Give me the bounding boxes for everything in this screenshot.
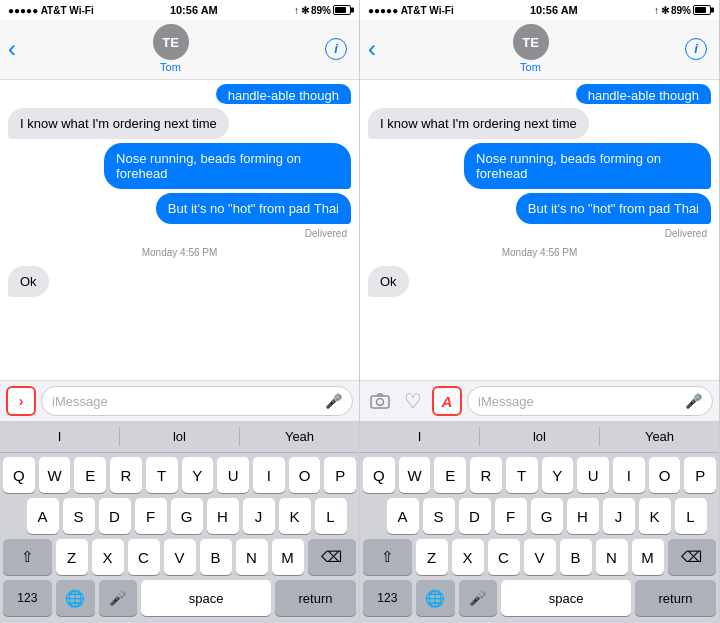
keyboard-key[interactable]: N: [236, 539, 268, 575]
keyboard-key[interactable]: V: [524, 539, 556, 575]
keyboard-key[interactable]: L: [675, 498, 707, 534]
keyboard-key[interactable]: ⌫: [668, 539, 717, 575]
keyboard-key[interactable]: space: [141, 580, 271, 616]
bluetooth-icon: ✻: [301, 5, 309, 16]
keyboard-key[interactable]: A: [27, 498, 59, 534]
contact-info: TE Tom: [513, 24, 549, 73]
keyboard-key[interactable]: Z: [56, 539, 88, 575]
keyboard-key[interactable]: space: [501, 580, 631, 616]
message-input[interactable]: iMessage 🎤: [41, 386, 353, 416]
contact-name: Tom: [160, 61, 181, 73]
keyboard-key[interactable]: return: [635, 580, 716, 616]
keyboard-key[interactable]: O: [289, 457, 321, 493]
keyboard-key[interactable]: I: [253, 457, 285, 493]
keyboard-key[interactable]: R: [110, 457, 142, 493]
info-button[interactable]: i: [685, 38, 707, 60]
suggestion-item[interactable]: Yeah: [240, 427, 359, 446]
keyboard-key[interactable]: K: [279, 498, 311, 534]
keyboard-key[interactable]: Z: [416, 539, 448, 575]
keyboard-key[interactable]: W: [399, 457, 431, 493]
battery-icon: [693, 5, 711, 15]
keyboard-key[interactable]: S: [63, 498, 95, 534]
keyboard-key[interactable]: C: [488, 539, 520, 575]
sticker-button[interactable]: ♡: [399, 387, 427, 415]
phone-panel-right: ●●●●● AT&T Wi-Fi 10:56 AM ↑ ✻ 89% ‹ TE T…: [360, 0, 720, 623]
battery-icon: [333, 5, 351, 15]
keyboard-key[interactable]: S: [423, 498, 455, 534]
keyboard-key[interactable]: D: [459, 498, 491, 534]
keyboard-key[interactable]: 123: [363, 580, 412, 616]
keyboard-key[interactable]: A: [387, 498, 419, 534]
keyboard-key[interactable]: B: [200, 539, 232, 575]
keyboard-key[interactable]: K: [639, 498, 671, 534]
keyboard-key[interactable]: C: [128, 539, 160, 575]
keyboard-key[interactable]: E: [434, 457, 466, 493]
timestamp: Monday 4:56 PM: [368, 247, 711, 258]
keyboard-key[interactable]: L: [315, 498, 347, 534]
keyboard-key[interactable]: X: [452, 539, 484, 575]
back-button[interactable]: ‹: [8, 35, 16, 63]
keyboard-key[interactable]: Q: [363, 457, 395, 493]
keyboard-key[interactable]: T: [146, 457, 178, 493]
keyboard-key[interactable]: V: [164, 539, 196, 575]
keyboard-key[interactable]: U: [217, 457, 249, 493]
messages-area: handle-able thoughI know what I'm orderi…: [360, 80, 719, 380]
mic-icon[interactable]: 🎤: [685, 393, 702, 409]
keyboard-key[interactable]: I: [613, 457, 645, 493]
expand-button[interactable]: A: [432, 386, 462, 416]
svg-point-1: [377, 399, 384, 406]
message-input[interactable]: iMessage 🎤: [467, 386, 713, 416]
keyboard-key[interactable]: X: [92, 539, 124, 575]
suggestion-item[interactable]: Yeah: [600, 427, 719, 446]
keyboard-key[interactable]: J: [603, 498, 635, 534]
keyboard-key[interactable]: Q: [3, 457, 35, 493]
delivered-status: Delivered: [368, 228, 711, 239]
suggestion-item[interactable]: I: [0, 427, 120, 446]
keyboard-key[interactable]: T: [506, 457, 538, 493]
suggestion-item[interactable]: I: [360, 427, 480, 446]
camera-button[interactable]: [366, 387, 394, 415]
info-button[interactable]: i: [325, 38, 347, 60]
keyboard-key[interactable]: 🎤: [99, 580, 138, 616]
keyboard-key[interactable]: return: [275, 580, 356, 616]
keyboard-key[interactable]: O: [649, 457, 681, 493]
keyboard-key[interactable]: U: [577, 457, 609, 493]
keyboard-key[interactable]: 🌐: [416, 580, 455, 616]
keyboard-key[interactable]: F: [135, 498, 167, 534]
keyboard-key[interactable]: W: [39, 457, 71, 493]
keyboard-key[interactable]: G: [531, 498, 563, 534]
suggestion-item[interactable]: lol: [120, 427, 240, 446]
expand-button[interactable]: ›: [6, 386, 36, 416]
keyboard-key[interactable]: ⌫: [308, 539, 357, 575]
status-bar: ●●●●● AT&T Wi-Fi 10:56 AM ↑ ✻ 89%: [360, 0, 719, 20]
keyboard-key[interactable]: ⇧: [3, 539, 52, 575]
keyboard-key[interactable]: 🌐: [56, 580, 95, 616]
keyboard-key[interactable]: Y: [182, 457, 214, 493]
mic-icon[interactable]: 🎤: [325, 393, 342, 409]
keyboard-key[interactable]: G: [171, 498, 203, 534]
keyboard-key[interactable]: M: [632, 539, 664, 575]
wifi-label: AT&T Wi-Fi: [401, 5, 454, 16]
keyboard-key[interactable]: R: [470, 457, 502, 493]
back-button[interactable]: ‹: [368, 35, 376, 63]
keyboard-key[interactable]: P: [684, 457, 716, 493]
keyboard-key[interactable]: D: [99, 498, 131, 534]
bubble-row: I know what I'm ordering next time: [368, 108, 711, 139]
keyboard-key[interactable]: H: [567, 498, 599, 534]
keyboard-key[interactable]: B: [560, 539, 592, 575]
keyboard-key[interactable]: E: [74, 457, 106, 493]
keyboard-key[interactable]: P: [324, 457, 356, 493]
keyboard-key[interactable]: Y: [542, 457, 574, 493]
keyboard-key[interactable]: 123: [3, 580, 52, 616]
status-right: ↑ ✻ 89%: [654, 5, 711, 16]
keyboard-key[interactable]: M: [272, 539, 304, 575]
keyboard-key[interactable]: F: [495, 498, 527, 534]
keyboard-key[interactable]: N: [596, 539, 628, 575]
suggestion-item[interactable]: lol: [480, 427, 600, 446]
keyboard-key[interactable]: 🎤: [459, 580, 498, 616]
keyboard-key[interactable]: J: [243, 498, 275, 534]
keyboard: IlolYeahQWERTYUIOPASDFGHJKL⇧ZXCVBNM⌫123🌐…: [360, 421, 719, 623]
keyboard-key[interactable]: ⇧: [363, 539, 412, 575]
keyboard-key[interactable]: H: [207, 498, 239, 534]
bubble-row: Nose running, beads forming on forehead: [8, 143, 351, 189]
